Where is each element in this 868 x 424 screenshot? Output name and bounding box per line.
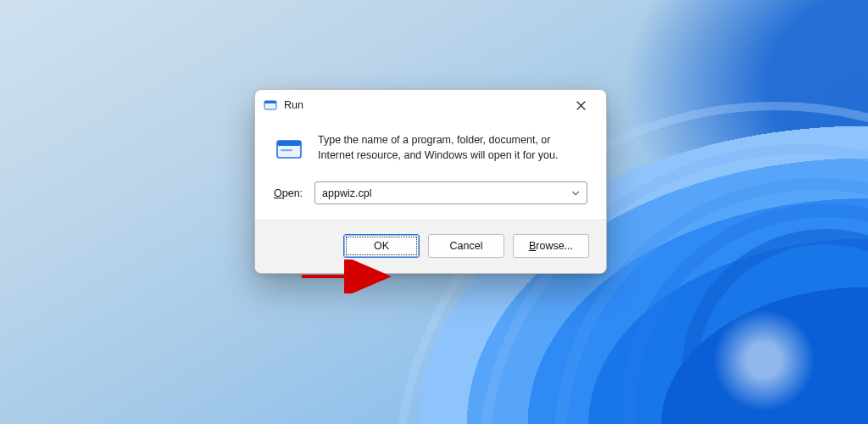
- dialog-title: Run: [284, 99, 303, 111]
- dialog-body: Type the name of a program, folder, docu…: [255, 120, 606, 220]
- open-input[interactable]: [322, 187, 568, 199]
- cancel-button[interactable]: Cancel: [428, 234, 504, 258]
- close-button[interactable]: [562, 92, 599, 118]
- open-combobox[interactable]: [314, 181, 587, 204]
- svg-rect-1: [264, 101, 276, 103]
- run-dialog: Run Type the name of a program, folder, …: [254, 89, 607, 274]
- open-label: Open:: [274, 187, 303, 199]
- run-app-icon: [264, 98, 277, 112]
- close-icon: [576, 101, 586, 110]
- chevron-down-icon[interactable]: [568, 189, 583, 198]
- dialog-description: Type the name of a program, folder, docu…: [318, 132, 587, 165]
- run-big-icon: [274, 134, 304, 165]
- svg-rect-3: [277, 141, 301, 146]
- dialog-footer: OK Cancel Browse...: [255, 220, 606, 273]
- ok-button[interactable]: OK: [343, 234, 420, 258]
- titlebar[interactable]: Run: [255, 90, 606, 120]
- svg-rect-4: [281, 149, 292, 151]
- browse-button[interactable]: Browse...: [513, 234, 589, 258]
- desktop-wallpaper: Run Type the name of a program, folder, …: [0, 0, 868, 424]
